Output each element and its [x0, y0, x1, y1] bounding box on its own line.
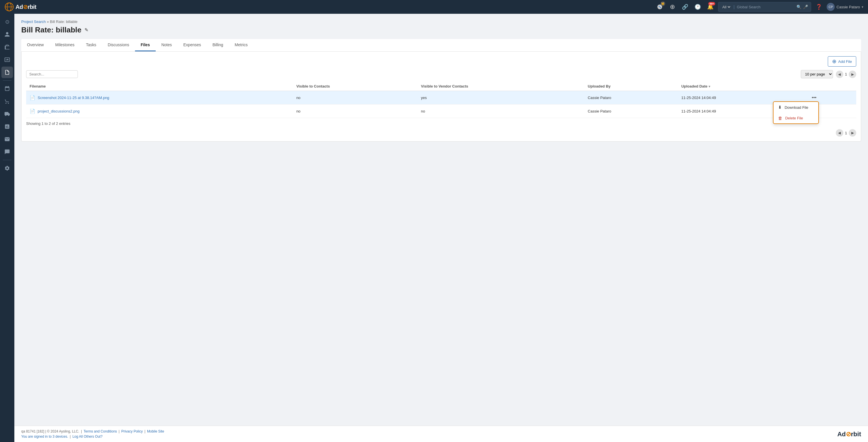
table-row: 📄 project_discussions2.png no no Cassie …	[26, 104, 856, 118]
col-visible-contacts: Visible to Contacts	[293, 82, 417, 91]
add-icon: ⊕	[832, 58, 836, 65]
file-visible-vendor-1: yes	[417, 91, 585, 104]
breadcrumb: Project Search » Bill Rate: billable	[21, 20, 861, 24]
showing-text: Showing 1 to 2 of 2 entries	[26, 122, 856, 126]
search-icon[interactable]: 🔍	[797, 5, 801, 9]
download-icon: ⬇	[778, 105, 782, 110]
tab-tasks[interactable]: Tasks	[80, 39, 102, 52]
footer-logo: Ad⊘rbit	[837, 431, 861, 438]
search-filter-select[interactable]: All	[721, 5, 731, 9]
file-uploaded-by-2: Cassie Pataro	[584, 104, 678, 118]
footer-terms-link[interactable]: Terms and Conditions	[84, 429, 117, 433]
file-cell-1: 📄 Screenshot 2024-11-25 at 9.38.14?AM.pn…	[26, 91, 293, 104]
global-search-bar: All | 🔍 🎤	[718, 2, 811, 12]
tab-files[interactable]: Files	[135, 39, 156, 52]
user-menu[interactable]: CP Cassie Pataro ▾	[827, 3, 863, 11]
sidebar-item-cart[interactable]	[1, 96, 13, 107]
sidebar-item-projects[interactable]	[1, 67, 13, 78]
file-link-1[interactable]: 📄 Screenshot 2024-11-25 at 9.38.14?AM.pn…	[30, 95, 289, 100]
footer: qa 81741 [182] | © 2024 Aysling, LLC. | …	[14, 426, 868, 442]
tab-milestones[interactable]: Milestones	[50, 39, 80, 52]
file-link-2[interactable]: 📄 project_discussions2.png	[30, 108, 289, 114]
app-name: Ad⊘rbit	[16, 3, 36, 10]
file-uploaded-by-1: Cassie Pataro	[584, 91, 678, 104]
col-filename: Filename	[26, 82, 293, 91]
user-avatar: CP	[827, 3, 835, 11]
tab-notes[interactable]: Notes	[156, 39, 178, 52]
col-uploaded-date[interactable]: Uploaded Date ▾	[678, 82, 806, 91]
download-file-item[interactable]: ⬇ Download File	[774, 102, 818, 113]
footer-logout-link[interactable]: Log All Others Out?	[72, 435, 102, 439]
files-toolbar: 10 per page 25 per page 50 per page ◀ 1 …	[26, 70, 856, 78]
sidebar-item-deals[interactable]	[1, 41, 13, 53]
search-icons: 🔍 🎤	[797, 5, 808, 9]
topnav: Ad⊘rbit 🐾 🐱 ⊕ 🔗 🕐 🔔 99+ All | 🔍 🎤 ❓ CP	[0, 0, 868, 14]
pagination-bottom: ◀ 1 ▶	[26, 129, 856, 137]
tab-billing[interactable]: Billing	[207, 39, 229, 52]
sidebar-item-shipping[interactable]	[1, 108, 13, 120]
page-title-area: Bill Rate: billable ✎	[21, 26, 861, 34]
sidebar-item-mail[interactable]	[1, 133, 13, 145]
file-visible-contacts-2: no	[293, 104, 417, 118]
page-title: Bill Rate: billable	[21, 26, 82, 34]
next-page-bottom-button[interactable]: ▶	[849, 129, 856, 137]
sidebar-item-reports[interactable]	[1, 121, 13, 132]
app-logo[interactable]: Ad⊘rbit	[5, 2, 36, 11]
user-chevron-icon: ▾	[862, 5, 863, 9]
tab-expenses[interactable]: Expenses	[178, 39, 207, 52]
notifications-icon[interactable]: 🐾 🐱	[655, 2, 664, 12]
table-row: 📄 Screenshot 2024-11-25 at 9.38.14?AM.pn…	[26, 91, 856, 104]
per-page-select[interactable]: 10 per page 25 per page 50 per page	[801, 70, 833, 78]
file-cell-2: 📄 project_discussions2.png	[26, 104, 293, 118]
sidebar-item-gallery[interactable]	[1, 54, 13, 65]
notification-badge: 99+	[708, 2, 715, 5]
link-icon[interactable]: 🔗	[680, 2, 690, 12]
col-visible-vendor: Visible to Vendor Contacts	[417, 82, 585, 91]
notification-bell-icon[interactable]: 🔔 99+	[706, 2, 715, 12]
global-search-input[interactable]	[737, 5, 794, 9]
tab-metrics[interactable]: Metrics	[229, 39, 253, 52]
delete-icon: 🗑	[778, 116, 782, 121]
topnav-icons: 🐾 🐱 ⊕ 🔗 🕐 🔔 99+ All | 🔍 🎤 ❓ CP Cassie Pa…	[655, 2, 863, 12]
main-content: Project Search » Bill Rate: billable Bil…	[14, 14, 868, 442]
footer-mobile-link[interactable]: Mobile Site	[147, 429, 164, 433]
file-dropdown-container-1: ••• ⬇ Download File 🗑	[809, 94, 819, 101]
page-number-bottom: 1	[845, 131, 847, 135]
pagination-top: ◀ 1 ▶	[836, 71, 856, 78]
delete-file-item[interactable]: 🗑 Delete File	[774, 113, 818, 124]
footer-privacy-link[interactable]: Privacy Policy	[121, 429, 143, 433]
sidebar-item-dashboard[interactable]: ⊙	[1, 16, 13, 28]
tabs-bar: Overview Milestones Tasks Discussions Fi…	[21, 39, 861, 52]
add-icon[interactable]: ⊕	[668, 2, 677, 12]
tab-discussions[interactable]: Discussions	[102, 39, 135, 52]
prev-page-bottom-button[interactable]: ◀	[836, 129, 843, 137]
add-file-button[interactable]: ⊕ Add File	[828, 56, 856, 67]
file-icon-2: 📄	[30, 108, 35, 114]
mic-icon[interactable]: 🎤	[803, 5, 808, 9]
sidebar-item-contacts[interactable]	[1, 29, 13, 40]
files-panel: ⊕ Add File 10 per page 25 per page 50 pe…	[21, 52, 861, 141]
sort-icon: ▾	[709, 85, 710, 88]
file-icon-1: 📄	[30, 95, 35, 100]
help-icon[interactable]: ❓	[814, 2, 824, 12]
breadcrumb-current: Bill Rate: billable	[50, 20, 78, 24]
breadcrumb-separator: »	[47, 20, 49, 24]
file-visible-vendor-2: no	[417, 104, 585, 118]
edit-title-icon[interactable]: ✎	[85, 27, 88, 33]
table-header-row: Filename Visible to Contacts Visible to …	[26, 82, 856, 91]
files-table: Filename Visible to Contacts Visible to …	[26, 82, 856, 118]
sidebar: ⊙	[0, 14, 14, 442]
history-icon[interactable]: 🕐	[693, 2, 703, 12]
prev-page-button[interactable]: ◀	[836, 71, 843, 78]
file-actions-button-1[interactable]: •••	[809, 94, 819, 101]
col-actions	[806, 82, 856, 91]
tab-overview[interactable]: Overview	[21, 39, 50, 52]
file-actions-dropdown-1: ⬇ Download File 🗑 Delete File	[773, 101, 819, 124]
sidebar-item-settings[interactable]	[1, 163, 13, 174]
breadcrumb-parent-link[interactable]: Project Search	[21, 20, 46, 24]
next-page-button[interactable]: ▶	[849, 71, 856, 78]
sidebar-item-chat[interactable]	[1, 146, 13, 158]
footer-signed-in-link[interactable]: You are signed in to 3 devices.	[21, 435, 68, 439]
sidebar-item-calendar[interactable]	[1, 83, 13, 95]
files-search-input[interactable]	[26, 70, 78, 78]
